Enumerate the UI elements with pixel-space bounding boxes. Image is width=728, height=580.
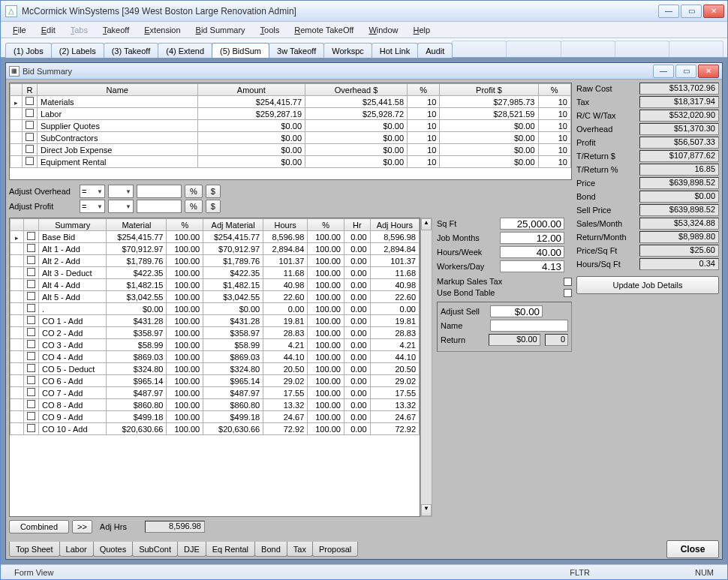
bottom-tab-tax[interactable]: Tax xyxy=(287,542,313,557)
sqft-input[interactable] xyxy=(500,218,564,230)
row-checkbox[interactable] xyxy=(26,121,34,129)
adjust-overhead-input[interactable] xyxy=(137,185,182,198)
summary-row[interactable]: CO 8 - Add$860.80100.00$860.8013.32100.0… xyxy=(11,399,420,411)
scroll-down-icon[interactable]: ▼ xyxy=(421,504,432,516)
summary-row[interactable]: CO 5 - Deduct$324.80100.00$324.8020.5010… xyxy=(11,363,420,375)
adjust-overhead-pct-button[interactable]: % xyxy=(185,185,203,198)
row-checkbox[interactable] xyxy=(26,133,34,141)
bottom-tab-quotes[interactable]: Quotes xyxy=(93,542,133,557)
cost-row[interactable]: Materials$254,415.77$25,441.5810$27,985.… xyxy=(11,96,571,108)
more-button[interactable]: >> xyxy=(72,520,92,533)
blank-tab[interactable] xyxy=(669,41,723,57)
bottom-tab-bond[interactable]: Bond xyxy=(254,542,287,557)
tab--2-labels[interactable]: (2) Labels xyxy=(51,43,104,58)
blank-tab[interactable] xyxy=(615,41,669,57)
window-minimize-button[interactable]: — xyxy=(658,5,679,18)
summary-row[interactable]: Base Bid$254,415.77100.00$254,415.778,59… xyxy=(11,231,420,243)
menu-tools[interactable]: Tools xyxy=(254,24,286,36)
summary-grid[interactable]: SummaryMaterial%Adj MaterialHours%HrAdj … xyxy=(9,218,420,517)
row-checkbox[interactable] xyxy=(27,424,35,432)
markup-sales-tax-checkbox[interactable] xyxy=(564,278,572,286)
blank-tab[interactable] xyxy=(506,41,561,57)
tab--3-takeoff[interactable]: (3) Takeoff xyxy=(104,43,159,58)
close-button[interactable]: Close xyxy=(666,540,719,558)
row-checkbox[interactable] xyxy=(27,340,35,348)
adjust-profit-pct-button[interactable]: % xyxy=(185,200,203,213)
summary-row[interactable]: CO 7 - Add$487.97100.00$487.9717.55100.0… xyxy=(11,387,420,399)
summary-row[interactable]: CO 6 - Add$965.14100.00$965.1429.02100.0… xyxy=(11,375,420,387)
adjust-name-input[interactable] xyxy=(490,320,568,332)
child-minimize-button[interactable]: — xyxy=(653,65,674,78)
menu-bid-summary[interactable]: Bid Summary xyxy=(190,24,251,36)
tab-audit[interactable]: Audit xyxy=(417,43,453,58)
row-checkbox[interactable] xyxy=(27,232,35,240)
row-checkbox[interactable] xyxy=(27,352,35,360)
row-checkbox[interactable] xyxy=(27,400,35,408)
row-checkbox[interactable] xyxy=(26,109,34,117)
bottom-tab-dje[interactable]: DJE xyxy=(177,542,206,557)
summary-row[interactable]: CO 3 - Add$58.99100.00$58.994.21100.000.… xyxy=(11,339,420,351)
menu-takeoff[interactable]: Takeoff xyxy=(97,24,135,36)
adjust-profit-val-select[interactable]: ▼ xyxy=(108,200,134,213)
window-maximize-button[interactable]: ▭ xyxy=(681,5,702,18)
summary-row[interactable]: Alt 4 - Add$1,482.15100.00$1,482.1540.98… xyxy=(11,279,420,291)
row-checkbox[interactable] xyxy=(27,256,35,264)
tab--5-bidsum[interactable]: (5) BidSum xyxy=(212,43,269,58)
menu-edit[interactable]: Edit xyxy=(35,24,62,36)
row-checkbox[interactable] xyxy=(27,280,35,288)
summary-row[interactable]: Alt 5 - Add$3,042.55100.00$3,042.5522.60… xyxy=(11,291,420,303)
child-maximize-button[interactable]: ▭ xyxy=(675,65,696,78)
summary-row[interactable]: Alt 2 - Add$1,789.76100.00$1,789.76101.3… xyxy=(11,255,420,267)
menu-help[interactable]: Help xyxy=(408,24,437,36)
row-checkbox[interactable] xyxy=(27,316,35,324)
row-checkbox[interactable] xyxy=(26,157,34,165)
menu-file[interactable]: File xyxy=(7,24,32,36)
menu-window[interactable]: Window xyxy=(362,24,404,36)
use-bond-table-checkbox[interactable] xyxy=(564,289,572,297)
summary-row[interactable]: CO 4 - Add$869.03100.00$869.0344.10100.0… xyxy=(11,351,420,363)
tab--4-extend[interactable]: (4) Extend xyxy=(158,43,212,58)
summary-row[interactable]: CO 9 - Add$499.18100.00$499.1824.67100.0… xyxy=(11,411,420,423)
row-checkbox[interactable] xyxy=(27,412,35,420)
row-checkbox[interactable] xyxy=(27,268,35,276)
bottom-tab-subcont[interactable]: SubCont xyxy=(132,542,178,557)
summary-row[interactable]: CO 2 - Add$358.97100.00$358.9728.83100.0… xyxy=(11,327,420,339)
tab-workspc[interactable]: Workspc xyxy=(323,43,372,58)
summary-row[interactable]: .$0.00100.00$0.000.00100.000.000.00 xyxy=(11,303,420,315)
update-job-details-button[interactable]: Update Job Details xyxy=(576,276,719,294)
bottom-tab-top-sheet[interactable]: Top Sheet xyxy=(9,542,60,557)
adjust-overhead-op-select[interactable]: =▼ xyxy=(80,185,105,198)
blank-tab[interactable] xyxy=(452,41,507,57)
row-checkbox[interactable] xyxy=(27,364,35,372)
summary-row[interactable]: Alt 1 - Add$70,912.97100.00$70,912.972,8… xyxy=(11,243,420,255)
cost-row[interactable]: Labor$259,287.19$25,928.7210$28,521.5910 xyxy=(11,108,571,120)
row-checkbox[interactable] xyxy=(26,145,34,153)
summary-row[interactable]: CO 10 - Add$20,630.66100.00$20,630.6672.… xyxy=(11,423,420,435)
bottom-tab-proposal[interactable]: Proposal xyxy=(312,542,358,557)
row-checkbox[interactable] xyxy=(27,388,35,396)
cost-row[interactable]: Equipment Rental$0.00$0.0010$0.0010 xyxy=(11,156,571,168)
bottom-tab-labor[interactable]: Labor xyxy=(59,542,94,557)
row-checkbox[interactable] xyxy=(27,328,35,336)
summary-row[interactable]: CO 1 - Add$431.28100.00$431.2819.81100.0… xyxy=(11,315,420,327)
row-checkbox[interactable] xyxy=(27,292,35,300)
tab--1-jobs[interactable]: (1) Jobs xyxy=(5,43,52,58)
row-checkbox[interactable] xyxy=(26,97,34,105)
scroll-up-icon[interactable]: ▲ xyxy=(421,218,432,230)
blank-tab[interactable] xyxy=(561,41,615,57)
combined-button[interactable]: Combined xyxy=(9,520,69,533)
child-close-button[interactable]: ✕ xyxy=(698,65,719,78)
row-checkbox[interactable] xyxy=(27,304,35,312)
window-close-button[interactable]: ✕ xyxy=(703,5,724,18)
cost-grid[interactable]: RNameAmountOverhead $%Profit $%Materials… xyxy=(9,83,572,180)
summary-scrollbar[interactable]: ▲ ▼ xyxy=(420,218,432,517)
cost-row[interactable]: Supplier Quotes$0.00$0.0010$0.0010 xyxy=(11,120,571,132)
workersday-input[interactable] xyxy=(500,260,564,272)
adjust-overhead-val-select[interactable]: ▼ xyxy=(108,185,134,198)
tab-hot-link[interactable]: Hot Link xyxy=(372,43,418,58)
menu-extension[interactable]: Extension xyxy=(138,24,186,36)
menu-remote-takeoff[interactable]: Remote TakeOff xyxy=(288,24,359,36)
cost-row[interactable]: Direct Job Expense$0.00$0.0010$0.0010 xyxy=(11,144,571,156)
jobmonths-input[interactable] xyxy=(500,232,564,244)
cost-row[interactable]: SubContractors$0.00$0.0010$0.0010 xyxy=(11,132,571,144)
